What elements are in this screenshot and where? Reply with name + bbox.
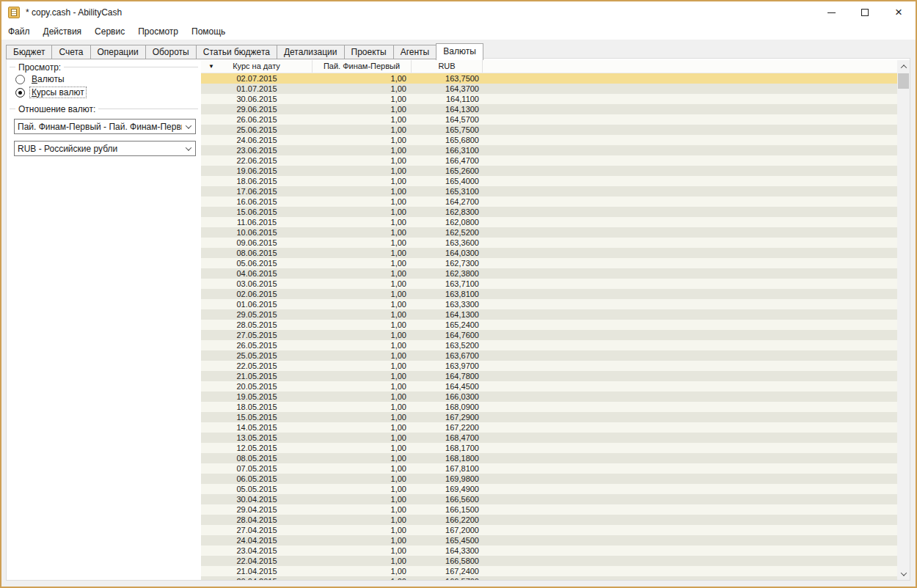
menu-file[interactable]: Файл (1, 23, 37, 40)
table-row[interactable]: 03.06.20151,00163,7100 (201, 279, 897, 289)
close-button[interactable]: × (882, 1, 916, 23)
rate-date-cell: 08.05.2015 (201, 453, 313, 463)
tab-operations[interactable]: Операции (90, 45, 146, 59)
table-row[interactable]: 22.05.20151,00163,9700 (201, 361, 897, 371)
table-row[interactable]: 06.05.20151,00169,9800 (201, 474, 897, 484)
menu-service[interactable]: Сервис (88, 23, 131, 40)
filler-cell (483, 279, 897, 289)
table-row[interactable]: 21.05.20151,00164,7800 (201, 371, 897, 381)
rate-date-cell: 22.06.2015 (201, 155, 313, 166)
table-row[interactable]: 05.06.20151,00162,7300 (201, 258, 897, 268)
unit-value-cell: 1,00 (313, 238, 412, 248)
column-header-rub[interactable]: RUB (412, 60, 483, 73)
table-row[interactable]: 13.05.20151,00168,4700 (201, 433, 897, 443)
menu-actions[interactable]: Действия (37, 23, 89, 40)
table-row[interactable]: 22.04.20151,00166,5800 (201, 556, 897, 566)
table-row[interactable]: 02.07.20151,00163,7500 (201, 73, 897, 84)
table-row[interactable]: 14.05.20151,00167,2200 (201, 422, 897, 433)
tab-agents[interactable]: Агенты (393, 45, 437, 59)
tab-budget[interactable]: Бюджет (6, 45, 52, 59)
combo-dropdown-button[interactable] (182, 142, 195, 155)
maximize-button[interactable] (848, 1, 882, 23)
tab-budget-items[interactable]: Статьи бюджета (196, 45, 277, 59)
rub-value-cell: 166,5600 (412, 494, 483, 504)
filler-cell (483, 104, 897, 114)
unit-value-cell: 1,00 (313, 125, 412, 135)
table-row[interactable]: 16.06.20151,00164,2700 (201, 196, 897, 207)
currency-pair-select[interactable]: Пай. Финам-Первый - Пай. Финам-Первый (14, 119, 196, 134)
rate-date-cell: 26.05.2015 (201, 340, 313, 350)
column-header-filler (483, 60, 897, 73)
table-row[interactable]: 07.05.20151,00167,8100 (201, 463, 897, 474)
radio-view-currencies[interactable]: Валюты (15, 73, 67, 85)
filler-cell (483, 371, 897, 381)
table-row[interactable]: 23.06.20151,00166,3100 (201, 145, 897, 155)
table-row[interactable]: 26.05.20151,00163,5200 (201, 340, 897, 350)
unit-value-cell: 1,00 (313, 114, 412, 125)
filler-cell (483, 381, 897, 392)
table-row[interactable]: 30.04.20151,00166,5600 (201, 494, 897, 504)
minimize-button[interactable] (814, 1, 848, 23)
tab-turnovers[interactable]: Обороты (145, 45, 197, 59)
table-row[interactable]: 10.06.20151,00162,5200 (201, 227, 897, 238)
menu-help[interactable]: Помощь (185, 23, 232, 40)
table-row[interactable]: 20.05.20151,00164,4500 (201, 381, 897, 392)
unit-value-cell: 1,00 (313, 227, 412, 238)
column-header-unit[interactable]: Пай. Финам-Первый (313, 60, 412, 73)
rub-value-cell: 162,5200 (412, 227, 483, 238)
scroll-up-button[interactable] (897, 60, 910, 73)
table-row[interactable]: 20.04.20151,00166,5700 (201, 576, 897, 580)
filler-cell (483, 258, 897, 268)
table-row[interactable]: 25.06.20151,00165,7500 (201, 125, 897, 135)
base-currency-select[interactable]: RUB - Российские рубли (14, 141, 196, 156)
table-row[interactable]: 15.05.20151,00167,2900 (201, 412, 897, 422)
table-row[interactable]: 15.06.20151,00162,8300 (201, 207, 897, 217)
table-row[interactable]: 19.06.20151,00165,2600 (201, 166, 897, 176)
table-row[interactable]: 02.06.20151,00163,8100 (201, 289, 897, 299)
table-row[interactable]: 17.06.20151,00165,3100 (201, 186, 897, 196)
table-row[interactable]: 08.06.20151,00164,0300 (201, 248, 897, 258)
table-row[interactable]: 22.06.20151,00166,4700 (201, 155, 897, 166)
tab-details[interactable]: Детализации (277, 45, 345, 59)
table-row[interactable]: 30.06.20151,00164,1100 (201, 94, 897, 104)
table-row[interactable]: 25.05.20151,00163,6700 (201, 350, 897, 361)
table-row[interactable]: 26.06.20151,00164,5700 (201, 114, 897, 125)
table-row[interactable]: 21.04.20151,00167,2400 (201, 566, 897, 576)
table-row[interactable]: 11.06.20151,00162,0800 (201, 217, 897, 227)
table-row[interactable]: 08.05.20151,00168,1800 (201, 453, 897, 463)
table-row[interactable]: 01.07.20151,00164,3700 (201, 84, 897, 94)
table-row[interactable]: 23.04.20151,00164,3300 (201, 545, 897, 556)
table-row[interactable]: 04.06.20151,00162,3800 (201, 268, 897, 279)
column-header-date[interactable]: ▼ Курс на дату (201, 60, 313, 73)
table-row[interactable]: 29.05.20151,00164,1300 (201, 309, 897, 320)
table-row[interactable]: 29.04.20151,00166,1500 (201, 504, 897, 515)
rub-value-cell: 167,8100 (412, 463, 483, 474)
table-row[interactable]: 19.05.20151,00166,0300 (201, 392, 897, 402)
scrollbar-thumb[interactable] (898, 73, 909, 89)
table-row[interactable]: 29.06.20151,00164,1300 (201, 104, 897, 114)
table-row[interactable]: 24.04.20151,00165,4500 (201, 535, 897, 545)
radio-view-rates[interactable]: Курсы валют (15, 87, 87, 98)
table-row[interactable]: 18.06.20151,00165,4000 (201, 176, 897, 186)
filler-cell (483, 535, 897, 545)
tab-projects[interactable]: Проекты (344, 45, 394, 59)
table-row[interactable]: 12.05.20151,00168,1700 (201, 443, 897, 453)
unit-value-cell: 1,00 (313, 176, 412, 186)
vertical-scrollbar[interactable] (897, 60, 910, 580)
table-row[interactable]: 18.05.20151,00168,0900 (201, 402, 897, 412)
combo-dropdown-button[interactable] (182, 120, 195, 133)
table-row[interactable]: 09.06.20151,00163,3600 (201, 238, 897, 248)
table-row[interactable]: 01.06.20151,00163,3300 (201, 299, 897, 309)
unit-value-cell: 1,00 (313, 258, 412, 268)
tab-accounts[interactable]: Счета (51, 45, 90, 59)
scroll-down-button[interactable] (897, 567, 910, 580)
table-row[interactable]: 05.05.20151,00169,4900 (201, 484, 897, 494)
menu-view[interactable]: Просмотр (131, 23, 185, 40)
table-row[interactable]: 28.04.20151,00166,2200 (201, 515, 897, 525)
tab-currencies[interactable]: Валюты (436, 43, 483, 60)
filler-cell (483, 73, 897, 84)
table-row[interactable]: 24.06.20151,00165,6800 (201, 135, 897, 145)
table-row[interactable]: 28.05.20151,00165,2400 (201, 320, 897, 330)
table-row[interactable]: 27.05.20151,00164,7600 (201, 330, 897, 340)
table-row[interactable]: 27.04.20151,00167,2000 (201, 525, 897, 535)
